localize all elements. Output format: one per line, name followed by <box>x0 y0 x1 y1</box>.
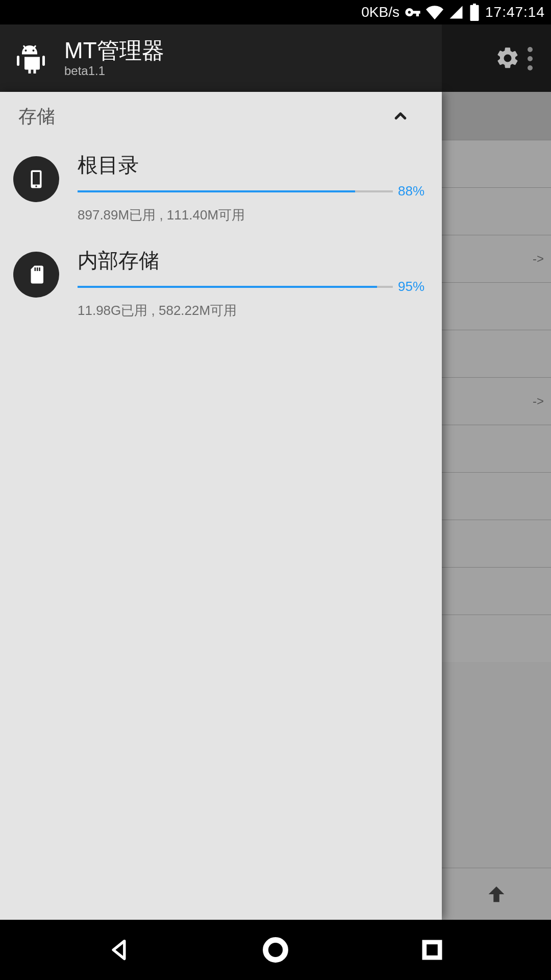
wifi-icon <box>426 4 443 21</box>
navigation-drawer: 存储 根目录 88% 897.89M已用 , 111.40M可用 <box>0 92 442 920</box>
recent-apps-button[interactable] <box>419 937 445 963</box>
bg-row <box>442 187 551 235</box>
home-button[interactable] <box>262 937 289 963</box>
android-icon <box>14 43 45 74</box>
chevron-up-icon <box>390 106 411 127</box>
status-bar: 0KB/s 17:47:14 <box>0 0 551 24</box>
storage-name: 根目录 <box>78 151 429 179</box>
scroll-to-top-button[interactable] <box>442 868 551 920</box>
bg-row <box>442 425 551 472</box>
svg-point-0 <box>25 50 27 52</box>
svg-rect-3 <box>33 172 40 185</box>
storage-progress <box>78 286 393 288</box>
bg-row <box>442 472 551 520</box>
storage-item-internal[interactable]: 内部存储 95% 11.98G已用 , 582.22M可用 <box>0 238 442 332</box>
storage-percent: 88% <box>398 183 429 199</box>
bg-row: -> <box>442 235 551 282</box>
svg-point-4 <box>35 185 37 187</box>
storage-section-header[interactable]: 存储 <box>0 92 442 141</box>
background-file-list: -> -> <box>442 92 551 920</box>
net-speed: 0KB/s <box>361 4 399 20</box>
status-clock: 17:47:14 <box>485 4 545 20</box>
svg-point-1 <box>33 50 35 52</box>
storage-usage: 11.98G已用 , 582.22M可用 <box>78 302 429 320</box>
bg-row <box>442 615 551 662</box>
system-nav-bar <box>0 920 551 980</box>
vpn-key-icon <box>405 4 421 20</box>
bg-row <box>442 520 551 567</box>
arrow-up-icon <box>485 883 508 906</box>
svg-rect-7 <box>39 267 40 271</box>
storage-section-label: 存储 <box>18 104 390 129</box>
app-title: MT管理器 <box>64 38 495 63</box>
bg-row: -> <box>442 377 551 425</box>
signal-icon <box>448 5 464 20</box>
bg-row <box>442 567 551 615</box>
sd-card-icon <box>13 252 59 298</box>
battery-icon <box>469 4 480 21</box>
bg-row <box>442 330 551 377</box>
storage-name: 内部存储 <box>78 247 429 275</box>
overflow-menu-icon[interactable] <box>528 47 533 70</box>
phone-icon <box>13 156 59 202</box>
svg-rect-9 <box>424 942 439 958</box>
storage-progress <box>78 190 393 192</box>
svg-point-8 <box>265 940 285 960</box>
back-button[interactable] <box>106 937 132 963</box>
storage-item-root[interactable]: 根目录 88% 897.89M已用 , 111.40M可用 <box>0 143 442 236</box>
storage-percent: 95% <box>398 279 429 295</box>
bg-row <box>442 282 551 330</box>
overflow-dim <box>442 24 551 92</box>
app-subtitle: beta1.1 <box>64 64 495 78</box>
bg-row <box>442 140 551 187</box>
svg-rect-6 <box>37 267 38 271</box>
storage-usage: 897.89M已用 , 111.40M可用 <box>78 206 429 224</box>
svg-rect-5 <box>35 267 36 271</box>
